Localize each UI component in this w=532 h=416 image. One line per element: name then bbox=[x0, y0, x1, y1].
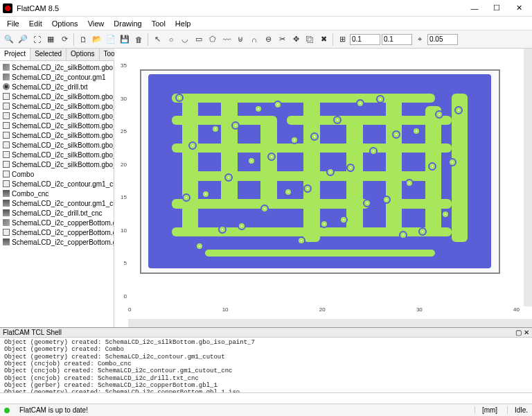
sidebar-tab-options[interactable]: Options bbox=[66, 49, 99, 60]
trace bbox=[452, 94, 468, 242]
menu-drawing[interactable]: Drawing bbox=[109, 18, 145, 29]
shell-input[interactable] bbox=[0, 392, 532, 404]
pad bbox=[363, 199, 371, 207]
gerber-icon bbox=[3, 219, 10, 226]
sidebar-tab-selected[interactable]: Selected bbox=[30, 49, 66, 60]
tree-item[interactable]: SchemaLCD_i2c_silkBottom.gbo_iso_pain bbox=[0, 101, 114, 111]
cut-icon[interactable]: ✂ bbox=[276, 33, 288, 46]
tree-item[interactable]: SchemaLCD_i2c_copperBottom.gbl_1 bbox=[0, 218, 114, 227]
snap-icon[interactable]: ⌖ bbox=[414, 33, 426, 46]
menu-tool[interactable]: Tool bbox=[148, 18, 170, 29]
pad bbox=[274, 101, 282, 109]
tree-item[interactable]: SchemaLCD_i2c_contour.gm1_cutout bbox=[0, 179, 114, 189]
intersect-icon[interactable]: ∩ bbox=[248, 33, 260, 46]
tree-item[interactable]: SchemaLCD_i2c_silkBottom.gbo_iso_pain bbox=[0, 111, 114, 121]
grid-y-input[interactable] bbox=[382, 34, 412, 45]
tree-item[interactable]: SchemaLCD_i2c_silkBottom.gbo_iso_pain bbox=[0, 121, 114, 130]
arc-icon[interactable]: ◡ bbox=[179, 33, 191, 46]
maximize-button[interactable]: ☐ bbox=[486, 1, 507, 15]
titlebar: FlatCAM 8.5 — ☐ ✕ bbox=[0, 0, 532, 17]
tree-item[interactable]: SchemaLCD_i2c_contour.gm1_cutout_cn bbox=[0, 198, 114, 208]
tree-item[interactable]: SchemaLCD_i2c_silkBottom.gbo_iso_pain bbox=[0, 130, 114, 140]
tick-label: 20 bbox=[114, 162, 128, 168]
grid-icon[interactable]: ⊞ bbox=[336, 33, 348, 46]
replot-icon[interactable]: ⟳ bbox=[58, 33, 71, 46]
cnc-icon bbox=[3, 200, 10, 207]
pad bbox=[182, 193, 190, 202]
tick-label: 40 bbox=[513, 306, 520, 319]
geometry-icon bbox=[3, 141, 10, 148]
tree-item-label: SchemaLCD_i2c_contour.gm1_cutout bbox=[12, 180, 114, 188]
tree-item[interactable]: SchemaLCD_i2c_copperBottom.gbl_1_iso bbox=[0, 227, 114, 237]
tree-item[interactable]: SchemaLCD_i2c_copperBottom.gbl_1_iso bbox=[0, 237, 114, 247]
zoom-out-icon[interactable]: 🔎 bbox=[17, 33, 29, 46]
circle-icon[interactable]: ○ bbox=[165, 33, 177, 46]
window-title: FlatCAM 8.5 bbox=[17, 4, 464, 12]
tick-label: 15 bbox=[114, 194, 128, 200]
scrollbar-y[interactable] bbox=[524, 49, 532, 306]
new-icon[interactable]: 🗋 bbox=[77, 33, 89, 46]
zoom-fit-icon[interactable]: ⛶ bbox=[30, 33, 43, 46]
tree-item-label: Combo bbox=[12, 171, 34, 178]
geometry-icon bbox=[3, 132, 10, 139]
pad bbox=[418, 227, 427, 236]
geometry-icon bbox=[3, 171, 10, 177]
minimize-button[interactable]: — bbox=[464, 1, 485, 15]
scrollbar-x[interactable] bbox=[128, 319, 532, 327]
tree-item[interactable]: SchemaLCD_i2c_drill.txt_cnc bbox=[0, 208, 114, 218]
tree-item[interactable]: Combo_cnc bbox=[0, 189, 114, 198]
tree-item[interactable]: SchemaLCD_i2c_silkBottom.gbo_iso bbox=[0, 92, 114, 101]
shell-output[interactable]: Object (geometry) created: SchemaLCD_i2c… bbox=[0, 338, 532, 392]
pad bbox=[412, 127, 420, 135]
delete-icon[interactable]: 🗑 bbox=[132, 33, 145, 46]
traces-layer bbox=[156, 78, 485, 264]
tree-item[interactable]: Combo bbox=[0, 169, 114, 179]
copy-icon[interactable]: ⿻ bbox=[303, 33, 316, 46]
menu-file[interactable]: File bbox=[3, 18, 24, 29]
geometry-icon bbox=[3, 180, 10, 187]
rect-icon[interactable]: ▭ bbox=[193, 33, 205, 46]
tree-item[interactable]: SchemaLCD_i2c_silkBottom.gbo_iso_pain bbox=[0, 150, 114, 159]
menu-help[interactable]: Help bbox=[171, 18, 195, 29]
tree-item[interactable]: SchemaLCD_i2c_silkBottom.gbo_iso_pain bbox=[0, 159, 114, 169]
snap-input[interactable] bbox=[427, 34, 458, 45]
close-button[interactable]: ✕ bbox=[508, 1, 529, 15]
geometry-icon bbox=[3, 229, 10, 236]
union-icon[interactable]: ⊎ bbox=[234, 33, 247, 46]
menu-options[interactable]: Options bbox=[48, 18, 82, 29]
pcb-board bbox=[140, 69, 500, 274]
select-icon[interactable]: ↖ bbox=[151, 33, 163, 46]
open-icon[interactable]: 📂 bbox=[91, 33, 103, 46]
main-area: ProjectSelectedOptionsTool SchemaLCD_i2c… bbox=[0, 49, 532, 327]
tree-item-label: SchemaLCD_i2c_silkBottom.gbo_iso_pain bbox=[12, 161, 114, 168]
plot-canvas[interactable] bbox=[128, 54, 520, 304]
pad bbox=[195, 242, 204, 250]
tree-item[interactable]: SchemaLCD_i2c_contour.gm1 bbox=[0, 72, 114, 82]
delete-shape-icon[interactable]: ✖ bbox=[317, 33, 330, 46]
menu-edit[interactable]: Edit bbox=[25, 18, 46, 29]
pad bbox=[399, 231, 407, 239]
sidebar-tab-project[interactable]: Project bbox=[0, 49, 30, 60]
polygon-icon[interactable]: ⬠ bbox=[206, 33, 219, 46]
trace bbox=[346, 116, 363, 236]
menu-view[interactable]: View bbox=[84, 18, 109, 29]
grid-x-input[interactable] bbox=[350, 34, 380, 45]
trace bbox=[425, 106, 442, 236]
path-icon[interactable]: 〰 bbox=[220, 33, 233, 46]
geometry-icon bbox=[3, 161, 10, 168]
open-gerber-icon[interactable]: 📄 bbox=[105, 33, 117, 46]
move-icon[interactable]: ✥ bbox=[290, 33, 302, 46]
tree-item[interactable]: SchemaLCD_i2c_drill.txt bbox=[0, 82, 114, 92]
gerber-icon bbox=[3, 73, 10, 80]
separator-icon bbox=[148, 33, 148, 46]
tree-item[interactable]: SchemaLCD_i2c_silkBottom.gbo bbox=[0, 62, 114, 72]
clear-plot-icon[interactable]: ▦ bbox=[44, 33, 57, 46]
tree-item[interactable]: SchemaLCD_i2c_silkBottom.gbo_iso_pain bbox=[0, 140, 114, 150]
subtract-icon[interactable]: ⊖ bbox=[262, 33, 274, 46]
zoom-in-icon[interactable]: 🔍 bbox=[3, 33, 15, 46]
save-icon[interactable]: 💾 bbox=[118, 33, 131, 46]
gerber-icon bbox=[3, 64, 10, 71]
shell-line: Object (cncjob) created: Combo_cnc bbox=[4, 361, 528, 367]
tree-item-label: SchemaLCD_i2c_copperBottom.gbl_1 bbox=[12, 219, 114, 227]
pad bbox=[260, 205, 269, 213]
